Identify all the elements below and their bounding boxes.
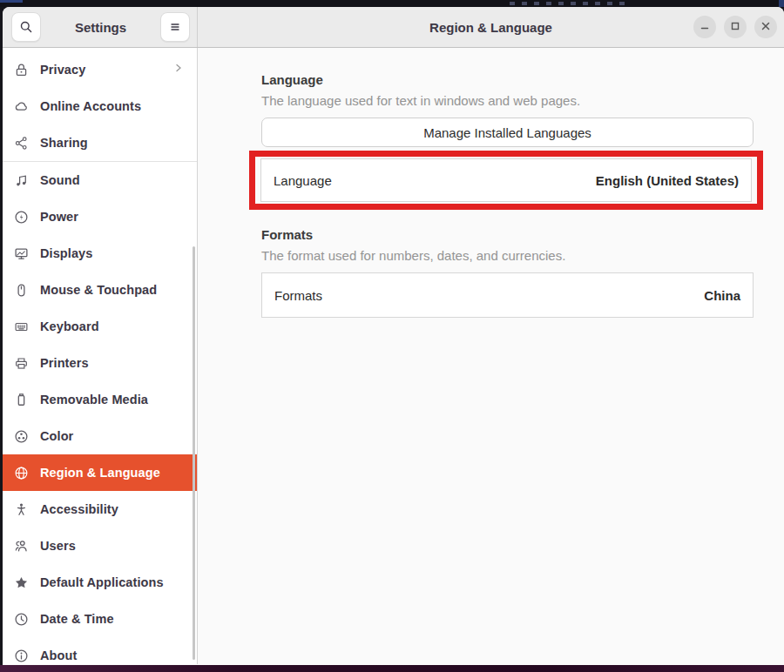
- formats-row[interactable]: Formats China: [261, 272, 754, 318]
- sidebar-item-label: Users: [40, 539, 76, 553]
- mouse-icon: [14, 283, 29, 298]
- sidebar-item-label: Default Applications: [40, 575, 164, 589]
- formats-row-label: Formats: [274, 288, 322, 303]
- sidebar-item-power[interactable]: Power: [3, 198, 197, 235]
- display-icon: [14, 246, 29, 261]
- sidebar-item-users[interactable]: Users: [3, 528, 197, 564]
- sidebar-item-date-time[interactable]: Date & Time: [3, 601, 197, 637]
- cloud-icon: [14, 99, 29, 114]
- sidebar-item-label: Removable Media: [40, 393, 148, 407]
- close-icon: [760, 19, 771, 35]
- search-icon: [19, 20, 33, 34]
- sidebar-item-displays[interactable]: Displays: [3, 235, 197, 272]
- sidebar-item-region-language[interactable]: Region & Language: [3, 454, 197, 491]
- sidebar-item-label: Color: [40, 429, 73, 443]
- formats-row-value: China: [704, 288, 740, 303]
- sidebar-item-privacy[interactable]: Privacy: [3, 51, 197, 88]
- sidebar-item-label: About: [40, 648, 77, 662]
- sidebar-header: Settings: [3, 7, 198, 47]
- sidebar-item-label: Mouse & Touchpad: [40, 283, 157, 297]
- desktop-bottom-edge: [0, 665, 784, 672]
- keyboard-icon: [14, 319, 29, 334]
- minimize-button[interactable]: [693, 16, 716, 38]
- minimize-icon: [700, 19, 710, 35]
- maximize-button[interactable]: [724, 16, 747, 38]
- language-row-label: Language: [274, 173, 332, 188]
- sidebar-item-removable-media[interactable]: Removable Media: [3, 381, 197, 418]
- screen: Settings Region & Language: [0, 0, 784, 672]
- sidebar-item-printers[interactable]: Printers: [3, 345, 197, 381]
- sidebar-item-label: Printers: [40, 356, 89, 370]
- formats-section-heading: Formats: [261, 227, 754, 242]
- sidebar: Privacy Online Accounts: [3, 48, 198, 664]
- region-language-panel: Language The language used for text in w…: [198, 48, 784, 664]
- sidebar-scrollbar[interactable]: [193, 246, 195, 660]
- maximize-icon: [730, 19, 740, 35]
- sidebar-item-label: Online Accounts: [40, 99, 141, 113]
- sidebar-item-mouse-touchpad[interactable]: Mouse & Touchpad: [3, 272, 197, 308]
- sidebar-item-accessibility[interactable]: Accessibility: [3, 491, 197, 528]
- globe-icon: [14, 466, 29, 480]
- close-button[interactable]: [754, 16, 777, 38]
- window-controls: [693, 16, 777, 38]
- sidebar-item-label: Privacy: [40, 63, 85, 77]
- color-icon: [14, 429, 29, 444]
- sidebar-item-sharing[interactable]: Sharing: [3, 124, 197, 161]
- sidebar-item-online-accounts[interactable]: Online Accounts: [3, 88, 197, 124]
- printer-icon: [14, 356, 29, 371]
- sidebar-item-label: Power: [40, 210, 78, 224]
- sidebar-item-label: Keyboard: [40, 319, 99, 333]
- sidebar-item-about[interactable]: About: [3, 637, 197, 664]
- sidebar-item-label: Region & Language: [40, 466, 160, 480]
- manage-installed-languages-button[interactable]: Manage Installed Languages: [261, 118, 754, 147]
- top-bar-left-accent: [0, 0, 23, 3]
- sidebar-item-label: Accessibility: [40, 502, 118, 516]
- accessibility-icon: [14, 502, 29, 517]
- main-header: Region & Language: [198, 7, 784, 47]
- chevron-right-icon: [172, 62, 185, 77]
- power-icon: [14, 210, 29, 225]
- sidebar-item-label: Sound: [40, 173, 80, 187]
- top-bar-clock-fragment: [510, 2, 632, 5]
- formats-section-description: The format used for numbers, dates, and …: [261, 248, 754, 263]
- settings-window: Settings Region & Language: [3, 7, 784, 665]
- language-row-value: English (United States): [596, 173, 739, 188]
- language-section-description: The language used for text in windows an…: [261, 93, 754, 108]
- info-icon: [14, 648, 29, 663]
- annotation-highlight-box: Language English (United States): [249, 151, 763, 210]
- hamburger-icon: [168, 20, 182, 34]
- users-icon: [14, 539, 29, 554]
- top-bar-right-accent: [779, 0, 784, 7]
- removable-media-icon: [14, 393, 29, 407]
- lock-icon: [14, 63, 29, 77]
- sidebar-item-label: Sharing: [40, 136, 88, 150]
- titlebar: Settings Region & Language: [3, 7, 784, 48]
- sidebar-item-color[interactable]: Color: [3, 418, 197, 454]
- clock-icon: [14, 612, 29, 627]
- share-icon: [14, 136, 29, 151]
- sidebar-item-label: Date & Time: [40, 612, 114, 626]
- sidebar-item-default-applications[interactable]: Default Applications: [3, 564, 197, 601]
- star-icon: [14, 575, 29, 590]
- menu-button[interactable]: [160, 12, 190, 42]
- sidebar-item-keyboard[interactable]: Keyboard: [3, 308, 197, 345]
- music-note-icon: [14, 173, 29, 188]
- sidebar-item-label: Displays: [40, 246, 92, 260]
- search-button[interactable]: [11, 12, 41, 42]
- language-row[interactable]: Language English (United States): [260, 158, 752, 202]
- sidebar-item-sound[interactable]: Sound: [3, 162, 197, 198]
- app-title: Settings: [75, 20, 126, 35]
- language-section-heading: Language: [261, 72, 754, 87]
- desktop-top-bar: [0, 0, 784, 7]
